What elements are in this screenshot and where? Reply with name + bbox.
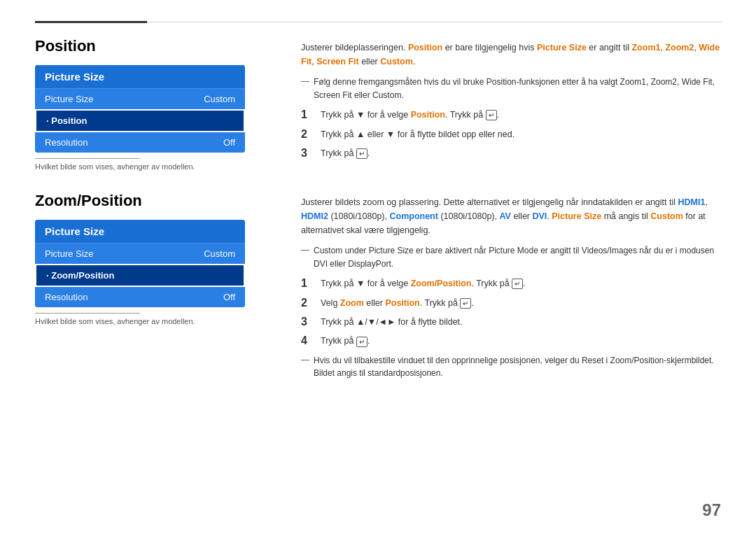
zoom-step-2-num: 2: [301, 297, 314, 309]
pos-nb-zoom2: Zoom2: [651, 77, 677, 87]
position-row-1-label: · Position: [46, 115, 88, 126]
position-row-2-label: Resolution: [45, 137, 88, 148]
position-highlight-zoom2: Zoom2: [665, 43, 694, 52]
position-highlight-custom: Custom: [380, 57, 413, 66]
zoom-step-1-num: 1: [301, 277, 314, 290]
zoom-row-1-label: · Zoom/Position: [46, 270, 115, 281]
zoom-desc: Justerer bildets zoom og plassering. Det…: [301, 195, 721, 237]
pos-nb-zoom1: Zoom1: [620, 77, 646, 87]
enter-icon-3: ↵: [356, 148, 368, 159]
zoom-reset-note-block: ― Hvis du vil tilbakestille vinduet til …: [301, 354, 721, 380]
zoom-component: Component: [389, 211, 438, 221]
position-menu-note: Hvilket bilde som vises, avhenger av mod…: [35, 162, 273, 171]
position-step-2: 2 Trykk på ▲ eller ▼ for å flytte bildet…: [301, 128, 721, 141]
zoom-note-dash: ―: [301, 245, 309, 255]
divider-light: [147, 22, 721, 22]
pos-nb-widefit: Wide Fit: [682, 77, 713, 87]
position-step-1: 1 Trykk på ▼ for å velge Position. Trykk…: [301, 108, 721, 122]
position-menu-row-0: Picture Size Custom: [35, 89, 245, 109]
zoom-hdmi1: HDMI1: [678, 197, 706, 207]
zoom-position-menu-row-2: Resolution Off: [35, 287, 245, 307]
position-step-1-num: 1: [301, 108, 314, 121]
position-row-0-label: Picture Size: [45, 94, 93, 104]
zoom-position-title: Zoom/Position: [35, 192, 273, 210]
zoom-step-1: 1 Trykk på ▼ for å velge Zoom/Position. …: [301, 277, 721, 290]
position-title: Position: [35, 37, 273, 55]
zoom-reset-note-text: Hvis du vil tilbakestille vinduet til de…: [314, 354, 721, 380]
position-note-block: ― Følg denne fremgangsmåten hvis du vil …: [301, 76, 721, 101]
zoom-step-1-text: Trykk på ▼ for å velge Zoom/Position. Tr…: [321, 277, 526, 290]
zoom-step-4-text: Trykk på ↵.: [321, 335, 370, 348]
zoom-step-4: 4 Trykk på ↵.: [301, 335, 721, 348]
zoom-position-section: Zoom/Position Picture Size Picture Size …: [35, 192, 721, 387]
position-step-3-text: Trykk på ↵.: [321, 147, 370, 160]
position-note-text: Følg denne fremgangsmåten hvis du vil br…: [314, 76, 721, 101]
zoom-note-block: ― Custom under Picture Size er bare akti…: [301, 244, 721, 270]
zoom-hdmi2: HDMI2: [301, 211, 328, 221]
position-step-2-text: Trykk på ▲ eller ▼ for å flytte bildet o…: [321, 128, 514, 141]
zoom-position-menu: Picture Size Picture Size Custom · Zoom/…: [35, 220, 245, 307]
position-menu-divider: [35, 158, 140, 159]
zoom-row-2-value: Off: [223, 292, 235, 302]
zoom-step-4-num: 4: [301, 335, 314, 347]
position-row-2-value: Off: [223, 137, 235, 148]
position-step-1-text: Trykk på ▼ for å velge Position. Trykk p…: [321, 108, 499, 122]
position-menu: Picture Size Picture Size Custom · Posit…: [35, 65, 245, 153]
zoom-step-3: 3 Trykk på ▲/▼/◄► for å flytte bildet.: [301, 316, 721, 329]
zoom-position-section-left: Zoom/Position Picture Size Picture Size …: [35, 192, 273, 387]
position-desc: Justerer bildeplasseringen. Position er …: [301, 41, 721, 69]
zoom-row-2-label: Resolution: [45, 292, 88, 302]
pos-nb-custom: Custom: [372, 90, 401, 100]
zoom-step-2-text: Velg Zoom eller Position. Trykk på ↵.: [321, 297, 474, 310]
top-dividers: [35, 21, 721, 23]
zoom-enter-icon-1: ↵: [512, 279, 523, 289]
divider-dark: [35, 21, 147, 23]
position-step-2-num: 2: [301, 128, 314, 141]
zoom-enter-icon-2: ↵: [460, 298, 471, 309]
enter-icon-1: ↵: [486, 110, 497, 120]
position-section: Position Picture Size Picture Size Custo…: [35, 37, 721, 171]
zoom-row-0-value: Custom: [204, 248, 235, 259]
page-container: Position Picture Size Picture Size Custo…: [0, 0, 756, 534]
zoom-menu-note: Hvilket bilde som vises, avhenger av mod…: [35, 317, 273, 325]
position-highlight-position: Position: [408, 43, 442, 52]
zoom-note-text: Custom under Picture Size er bare aktive…: [314, 244, 721, 270]
position-row-0-value: Custom: [204, 94, 235, 104]
position-menu-row-1: · Position: [35, 109, 245, 132]
position-highlight-picturesize: Picture Size: [537, 43, 587, 52]
zoom-picturesize: Picture Size: [552, 211, 601, 221]
position-highlight-zoom1: Zoom1: [631, 43, 660, 52]
zoom-position-menu-row-1: · Zoom/Position: [35, 264, 245, 287]
zoom-enter-icon-4: ↵: [356, 337, 368, 347]
zoom-custom: Custom: [650, 211, 683, 221]
position-highlight-screenfit: Screen Fit: [316, 57, 358, 66]
zoom-reset-dash: ―: [301, 355, 309, 365]
zoom-step-3-text: Trykk på ▲/▼/◄► for å flytte bildet.: [321, 316, 463, 329]
page-number: 97: [702, 500, 721, 520]
zoom-steps: 1 Trykk på ▼ for å velge Zoom/Position. …: [301, 277, 721, 349]
position-step-3: 3 Trykk på ↵.: [301, 147, 721, 160]
position-note-dash: ―: [301, 76, 309, 86]
zoom-menu-divider: [35, 313, 140, 314]
zoom-position-section-right: Justerer bildets zoom og plassering. Det…: [301, 192, 721, 387]
pos-nb-screenfit: Screen Fit: [314, 90, 352, 100]
zoom-position-menu-row-0: Picture Size Custom: [35, 244, 245, 264]
position-step-3-num: 3: [301, 147, 314, 160]
position-section-left: Position Picture Size Picture Size Custo…: [35, 37, 273, 171]
position-menu-header: Picture Size: [35, 65, 245, 89]
zoom-step-2: 2 Velg Zoom eller Position. Trykk på ↵.: [301, 297, 721, 310]
zoom-av: AV: [499, 211, 510, 221]
zoom-step-3-num: 3: [301, 316, 314, 328]
zoom-row-0-label: Picture Size: [45, 248, 93, 259]
position-steps: 1 Trykk på ▼ for å velge Position. Trykk…: [301, 108, 721, 160]
zoom-dvi: DVI: [532, 211, 547, 221]
zoom-position-menu-header: Picture Size: [35, 220, 245, 244]
pos-nb-position: Position: [486, 77, 517, 87]
position-section-right: Justerer bildeplasseringen. Position er …: [301, 37, 721, 171]
position-menu-row-2: Resolution Off: [35, 132, 245, 153]
